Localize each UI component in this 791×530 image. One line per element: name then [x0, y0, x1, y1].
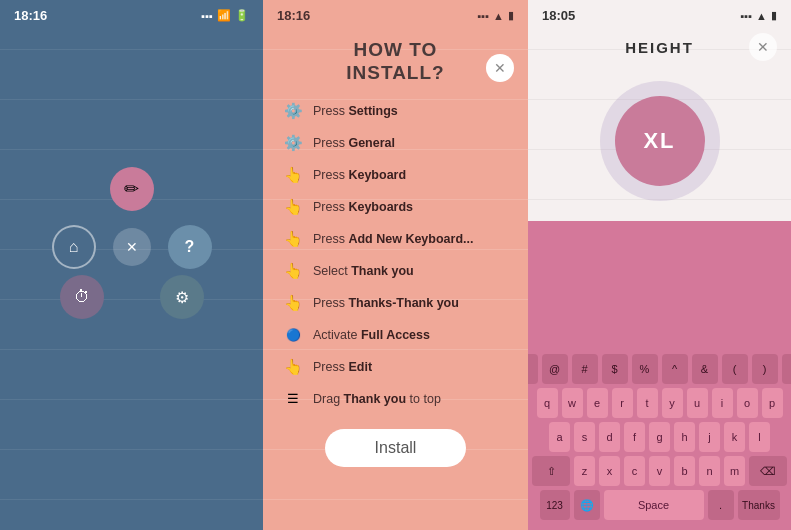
key-l[interactable]: l — [749, 422, 770, 452]
time-right: 18:05 — [542, 8, 575, 23]
battery-icon-2: ▮ — [508, 9, 514, 22]
key-rparen[interactable]: ) — [752, 354, 778, 384]
key-z[interactable]: z — [574, 456, 595, 486]
battery-icon-3: ▮ — [771, 9, 777, 22]
panel-right: 18:05 ▪▪▪ ▲ ▮ HEIGHT ✕ XL ! @ # $ % ^ & … — [528, 0, 791, 530]
shift-key[interactable]: ⇧ — [532, 456, 570, 486]
key-d[interactable]: d — [599, 422, 620, 452]
key-return-arrow[interactable]: → — [782, 354, 792, 384]
key-amp[interactable]: & — [692, 354, 718, 384]
key-w[interactable]: w — [562, 388, 583, 418]
key-percent[interactable]: % — [632, 354, 658, 384]
key-q[interactable]: q — [537, 388, 558, 418]
install-button[interactable]: Install — [325, 429, 467, 467]
signal-icon-2: ▪▪▪ — [477, 10, 489, 22]
keyboard[interactable]: ! @ # $ % ^ & ( ) → q w e r t y u i o p … — [528, 221, 791, 530]
key-k[interactable]: k — [724, 422, 745, 452]
key-u[interactable]: u — [687, 388, 708, 418]
wifi-icon: 📶 — [217, 9, 231, 22]
signal-icon: ▪▪▪ — [201, 10, 213, 22]
panel-center: 18:16 ▪▪▪ ▲ ▮ HOW TOINSTALL? ✕ ⚙️ Press … — [263, 0, 528, 530]
key-at[interactable]: @ — [542, 354, 568, 384]
step-keyboards-text: Press Keyboards — [313, 200, 413, 214]
step-general-text: Press General — [313, 136, 395, 150]
settings-icon: ⚙️ — [281, 99, 305, 123]
key-b[interactable]: b — [674, 456, 695, 486]
menu-item-home[interactable]: ⌂ — [52, 225, 96, 269]
step-add-keyboard-text: Press Add New Keyboard... — [313, 232, 473, 246]
battery-icon: 🔋 — [235, 9, 249, 22]
wifi-icon-3: ▲ — [756, 10, 767, 22]
edit-icon: ✏ — [124, 178, 139, 200]
key-c[interactable]: c — [624, 456, 645, 486]
size-selector[interactable]: XL — [528, 61, 791, 221]
key-hash[interactable]: # — [572, 354, 598, 384]
height-header: HEIGHT ✕ — [528, 33, 791, 61]
wifi-icon-2: ▲ — [493, 10, 504, 22]
drag-icon: ☰ — [281, 387, 305, 411]
time-center: 18:16 — [277, 8, 310, 23]
key-x[interactable]: x — [599, 456, 620, 486]
menu-center-close[interactable]: ✕ — [113, 228, 151, 266]
key-s[interactable]: s — [574, 422, 595, 452]
step-keyboards: 👆 Press Keyboards — [281, 195, 510, 219]
key-r[interactable]: r — [612, 388, 633, 418]
qwerty-row: q w e r t y u i o p — [530, 388, 789, 418]
key-exclaim[interactable]: ! — [528, 354, 538, 384]
key-123[interactable]: 123 — [540, 490, 570, 520]
menu-item-settings[interactable]: ⚙ — [160, 275, 204, 319]
key-dollar[interactable]: $ — [602, 354, 628, 384]
question-icon: ? — [185, 238, 195, 256]
status-icons-left: ▪▪▪ 📶 🔋 — [201, 9, 249, 22]
activate-icon: 🔵 — [281, 323, 305, 347]
height-title: HEIGHT — [570, 39, 749, 56]
space-key[interactable]: Space — [604, 490, 704, 520]
key-h[interactable]: h — [674, 422, 695, 452]
clock-icon: ⏱ — [74, 288, 90, 306]
signal-icon-3: ▪▪▪ — [740, 10, 752, 22]
key-o[interactable]: o — [737, 388, 758, 418]
panel-left: 18:16 ▪▪▪ 📶 🔋 ✏ ⌂ ? ✕ ⏱ ⚙ — [0, 0, 263, 530]
key-globe[interactable]: 🌐 — [574, 490, 600, 520]
close-icon-right: ✕ — [757, 39, 769, 55]
key-j[interactable]: j — [699, 422, 720, 452]
gear-icon: ⚙ — [175, 288, 189, 307]
menu-item-edit[interactable]: ✏ — [110, 167, 154, 211]
key-v[interactable]: v — [649, 456, 670, 486]
radial-menu[interactable]: ✏ ⌂ ? ✕ ⏱ ⚙ — [42, 157, 222, 337]
step-edit: 👆 Press Edit — [281, 355, 510, 379]
key-m[interactable]: m — [724, 456, 745, 486]
step-activate: 🔵 Activate Full Access — [281, 323, 510, 347]
key-dot[interactable]: . — [708, 490, 734, 520]
key-caret[interactable]: ^ — [662, 354, 688, 384]
status-bar-center: 18:16 ▪▪▪ ▲ ▮ — [263, 0, 528, 27]
size-circle[interactable]: XL — [615, 96, 705, 186]
step-settings-text: Press Settings — [313, 104, 398, 118]
close-button-center[interactable]: ✕ — [486, 54, 514, 82]
key-f[interactable]: f — [624, 422, 645, 452]
install-steps-list: ⚙️ Press Settings ⚙️ Press General 👆 Pre… — [263, 89, 528, 419]
key-n[interactable]: n — [699, 456, 720, 486]
menu-item-clock[interactable]: ⏱ — [60, 275, 104, 319]
key-p[interactable]: p — [762, 388, 783, 418]
menu-item-help[interactable]: ? — [168, 225, 212, 269]
status-icons-right: ▪▪▪ ▲ ▮ — [740, 9, 777, 22]
status-icons-center: ▪▪▪ ▲ ▮ — [477, 9, 514, 22]
key-i[interactable]: i — [712, 388, 733, 418]
key-thanks[interactable]: Thanks — [738, 490, 780, 520]
add-keyboard-icon: 👆 — [281, 227, 305, 251]
step-drag-text: Drag Thank you to top — [313, 392, 441, 406]
step-keyboard: 👆 Press Keyboard — [281, 163, 510, 187]
key-y[interactable]: y — [662, 388, 683, 418]
key-lparen[interactable]: ( — [722, 354, 748, 384]
delete-key[interactable]: ⌫ — [749, 456, 787, 486]
key-a[interactable]: a — [549, 422, 570, 452]
close-button-right[interactable]: ✕ — [749, 33, 777, 61]
thanks-icon: 👆 — [281, 291, 305, 315]
zxcv-row: ⇧ z x c v b n m ⌫ — [530, 456, 789, 486]
key-t[interactable]: t — [637, 388, 658, 418]
install-button-wrapper[interactable]: Install — [325, 429, 467, 467]
select-icon: 👆 — [281, 259, 305, 283]
key-g[interactable]: g — [649, 422, 670, 452]
key-e[interactable]: e — [587, 388, 608, 418]
